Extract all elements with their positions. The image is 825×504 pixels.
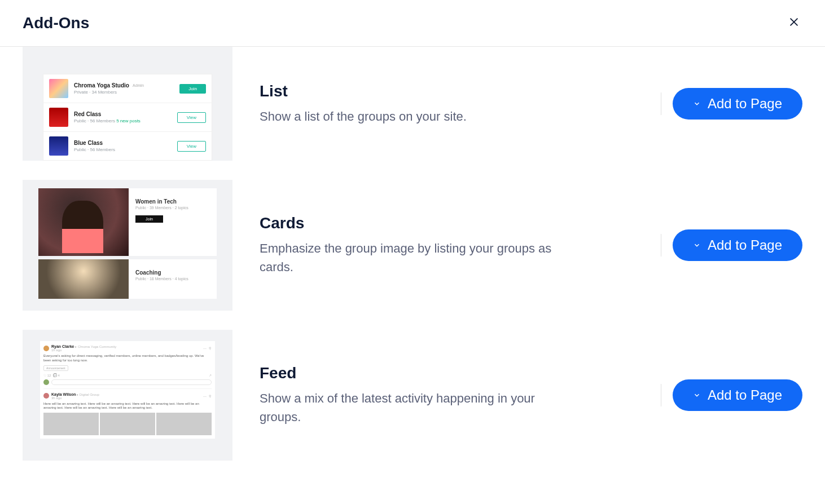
addon-info: Cards Emphasize the group image by listi… — [260, 214, 634, 276]
separator — [661, 234, 661, 257]
more-icon: ⋯ ⚲ — [203, 394, 212, 398]
addon-description: Emphasize the group image by listing you… — [260, 239, 576, 276]
preview-card-title: Women in Tech — [135, 198, 210, 205]
close-icon — [788, 16, 800, 28]
addon-action: Add to Page — [661, 88, 802, 120]
preview-admin-badge: Admin — [133, 83, 144, 87]
addon-info: Feed Show a mix of the latest activity h… — [260, 364, 634, 426]
preview-post-author: Kayla Wilson — [51, 392, 76, 396]
preview-post-body: Everyone's asking for direct messaging, … — [43, 354, 212, 363]
preview-group-sub: Public · 56 Members — [74, 147, 172, 152]
separator — [661, 92, 661, 115]
preview-card-sub: Public · 39 Members · 2 topics — [135, 206, 210, 210]
add-to-page-button[interactable]: Add to Page — [673, 88, 802, 120]
add-to-page-button[interactable]: Add to Page — [673, 379, 802, 411]
preview-post-body: Here will be an amazing text. Here will … — [43, 402, 212, 411]
addon-description: Show a list of the groups on your site. — [260, 107, 576, 126]
add-to-page-label: Add to Page — [708, 387, 782, 403]
chevron-down-icon — [693, 100, 701, 108]
preview-card-join: Join — [135, 215, 163, 223]
preview-card-title: Coaching — [135, 269, 210, 276]
chevron-down-icon — [693, 391, 701, 399]
more-icon: ⋯ ⚲ — [203, 346, 212, 350]
addon-preview-cards: Women in Tech Public · 39 Members · 2 to… — [23, 180, 232, 311]
preview-post-group: Chroma Yoga Community — [78, 345, 116, 348]
addon-title: Cards — [260, 214, 634, 232]
page-title: Add-Ons — [23, 14, 89, 32]
addon-preview-list: Chroma Yoga StudioAdmin Private · 34 Mem… — [23, 47, 232, 161]
modal-header: Add-Ons — [0, 0, 825, 47]
addon-title: List — [260, 82, 634, 100]
preview-group-title: Chroma Yoga Studio — [74, 82, 129, 89]
addon-row-list: Chroma Yoga StudioAdmin Private · 34 Mem… — [23, 47, 802, 161]
chevron-down-icon — [693, 241, 701, 249]
add-to-page-label: Add to Page — [708, 237, 782, 253]
preview-group-sub: Private · 34 Members — [74, 90, 174, 95]
add-to-page-label: Add to Page — [708, 96, 782, 112]
addon-row-feed: Ryan Clarke ▸ Chroma Yoga Community1h ag… — [23, 330, 802, 461]
preview-post-group: Digital Group — [80, 393, 99, 396]
preview-group-title: Red Class — [74, 111, 101, 117]
preview-group-sub: Public · 56 Members 5 new posts — [74, 118, 172, 123]
addon-info: List Show a list of the groups on your s… — [260, 82, 634, 126]
addon-action: Add to Page — [661, 379, 802, 411]
addon-row-cards: Women in Tech Public · 39 Members · 2 to… — [23, 180, 802, 311]
preview-card-sub: Public · 18 Members · 4 topics — [135, 277, 210, 281]
add-to-page-button[interactable]: Add to Page — [673, 229, 802, 261]
preview-post-time: 3h ago — [51, 396, 62, 400]
addon-description: Show a mix of the latest activity happen… — [260, 389, 576, 426]
preview-post-author: Ryan Clarke — [51, 344, 74, 348]
preview-join-pill: Join — [179, 84, 206, 94]
addon-preview-feed: Ryan Clarke ▸ Chroma Yoga Community1h ag… — [23, 330, 232, 461]
addon-title: Feed — [260, 364, 634, 382]
addons-list: Chroma Yoga StudioAdmin Private · 34 Mem… — [0, 47, 825, 483]
preview-post-tag: Announcement — [43, 365, 68, 371]
preview-view-pill: View — [177, 112, 206, 123]
preview-post-time: 1h ago — [51, 348, 62, 352]
preview-group-title: Blue Class — [74, 140, 103, 146]
separator — [661, 384, 661, 406]
addon-action: Add to Page — [661, 229, 802, 261]
close-button[interactable] — [785, 14, 802, 33]
preview-view-pill: View — [177, 141, 206, 152]
